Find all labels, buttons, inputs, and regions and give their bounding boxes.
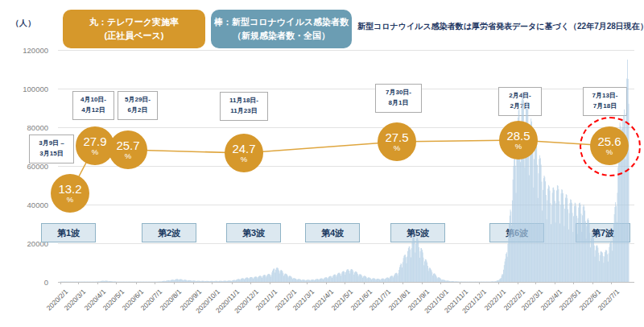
x-tick-label: 2020/8/1 xyxy=(159,288,183,312)
telework-rate-value: 24.7 xyxy=(225,143,263,155)
telework-rate-circle: 25.7% xyxy=(109,130,147,169)
wave-label-box: 第6波 xyxy=(489,223,544,242)
wave-label-box: 第2波 xyxy=(142,223,196,242)
percent-symbol: % xyxy=(109,152,147,160)
legend-covid-line2: （新規感染者数・全国） xyxy=(233,29,330,43)
survey-period-box: 2月4日-2月7日 xyxy=(498,87,542,116)
data-source-note: 新型コロナウイルス感染者数は厚労省発表データに基づく（22年7月28日現在） xyxy=(357,21,644,32)
percent-symbol: % xyxy=(378,144,416,152)
survey-period-box: 7月13日-7月18日 xyxy=(583,87,627,116)
telework-rate-circle: 24.7% xyxy=(225,134,263,172)
legend-telework-badge: 丸：テレワーク実施率 (正社員ベース) xyxy=(63,10,205,48)
survey-period-box: 7月30日-8月1日 xyxy=(375,84,422,113)
survey-period-text: 4月10日- xyxy=(73,95,114,106)
survey-period-text: 3月15日 xyxy=(30,149,73,159)
survey-period-text: 3月9日 – xyxy=(30,139,73,149)
percent-symbol: % xyxy=(499,143,538,151)
survey-period-box: 4月10日-4月12日 xyxy=(72,91,114,120)
survey-period-text: 6月2日 xyxy=(118,106,157,116)
telework-rate-circle: 27.5% xyxy=(378,122,416,161)
telework-rate-value: 28.5 xyxy=(499,130,538,143)
chart-canvas: （人） 丸：テレワーク実施率 (正社員ベース) 棒：新型コロナウイルス感染者数 … xyxy=(0,0,644,327)
legend-covid-badge: 棒：新型コロナウイルス感染者数 （新規感染者数・全国） xyxy=(211,10,352,48)
y-tick-label: 100000 xyxy=(10,85,48,93)
survey-period-text: 2月4日- xyxy=(499,91,541,101)
wave-label-box: 第4波 xyxy=(305,223,360,242)
survey-period-text: 7月13日- xyxy=(584,91,626,101)
survey-period-text: 4月12日 xyxy=(73,106,114,116)
survey-period-box: 5月29日-6月2日 xyxy=(118,91,158,120)
percent-symbol: % xyxy=(51,196,89,204)
survey-period-text: 8月1日 xyxy=(376,98,421,109)
y-tick-label: 0 xyxy=(10,278,48,287)
survey-period-box: 11月18日-11月23日 xyxy=(220,92,268,121)
survey-period-text: 11月18日- xyxy=(221,96,267,106)
y-tick-label: 40000 xyxy=(10,201,48,209)
survey-period-text: 11月23日 xyxy=(221,106,267,117)
telework-rate-circle: 28.5% xyxy=(499,121,538,159)
survey-period-text: 2月7日 xyxy=(499,101,541,112)
wave-label-box: 第5波 xyxy=(390,223,445,242)
percent-symbol: % xyxy=(225,155,263,164)
highlight-dashed-ring xyxy=(580,117,641,176)
survey-period-box: 3月9日 –3月15日 xyxy=(29,135,74,164)
wave-label-box: 第7波 xyxy=(576,223,630,242)
wave-label-box: 第3波 xyxy=(226,223,281,242)
legend-telework-line1: 丸：テレワーク実施率 xyxy=(89,15,179,29)
y-tick-label: 80000 xyxy=(10,123,48,132)
survey-period-text: 5月29日- xyxy=(118,95,157,106)
survey-period-text: 7月18日 xyxy=(584,101,626,112)
telework-rate-value: 27.5 xyxy=(378,131,416,144)
legend-covid-line1: 棒：新型コロナウイルス感染者数 xyxy=(214,15,349,29)
telework-rate-value: 25.7 xyxy=(109,139,147,152)
survey-period-text: 7月30日- xyxy=(376,88,421,98)
telework-rate-value: 13.2 xyxy=(51,183,89,196)
legend-telework-line2: (正社員ベース) xyxy=(105,29,164,43)
telework-rate-circle: 13.2% xyxy=(51,174,89,213)
y-axis-unit-label: （人） xyxy=(11,18,35,29)
wave-label-box: 第1波 xyxy=(41,223,96,242)
y-tick-label: 120000 xyxy=(10,46,48,55)
